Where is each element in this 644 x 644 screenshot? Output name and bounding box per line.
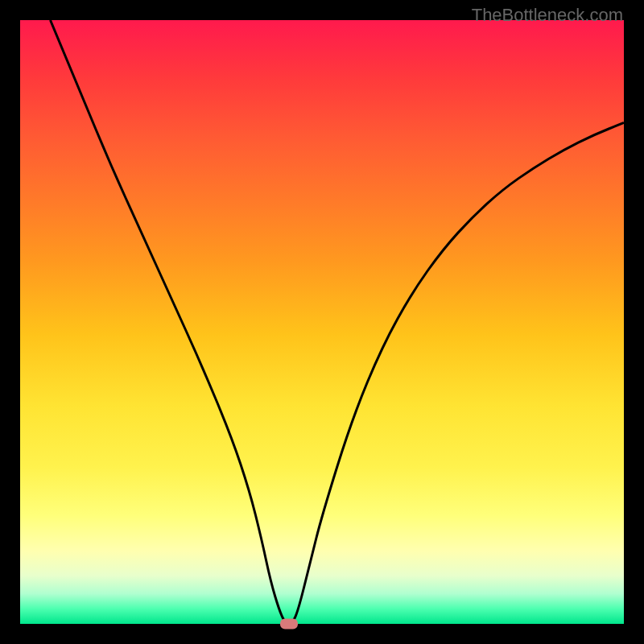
optimal-point-marker xyxy=(280,619,298,630)
curve-svg xyxy=(20,20,624,624)
chart-container: TheBottleneck.com xyxy=(0,0,644,644)
plot-area xyxy=(20,20,624,624)
bottleneck-curve xyxy=(51,20,625,624)
attribution-text: TheBottleneck.com xyxy=(472,5,623,26)
